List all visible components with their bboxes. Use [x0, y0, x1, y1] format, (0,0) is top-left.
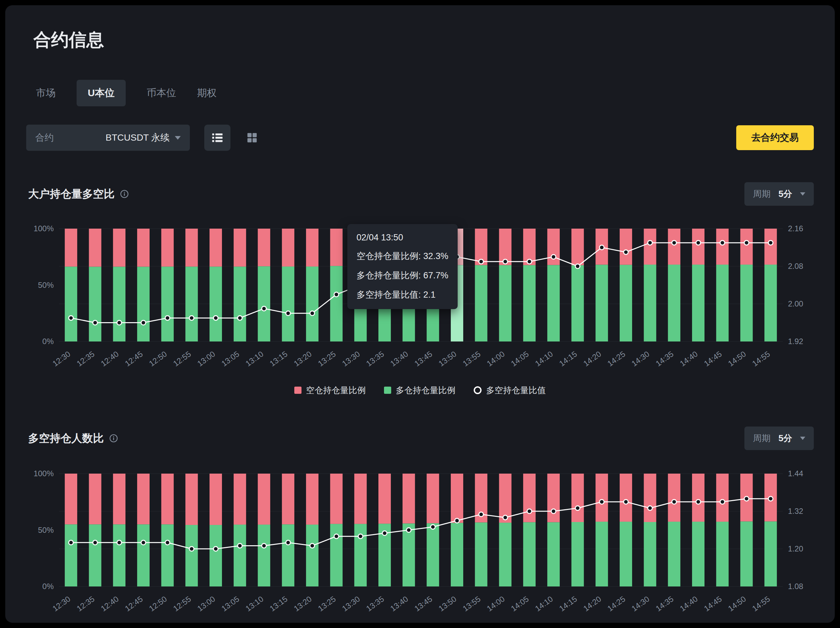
chart-canvas-positions[interactable]: 12:3012:3512:4012:4512:5012:5513:0013:05…	[59, 229, 783, 379]
svg-text:12:45: 12:45	[123, 349, 144, 368]
chart-legend: 空仓持仓量比例 多仓持仓量比例 多空持仓量比值	[26, 384, 814, 396]
svg-text:14:25: 14:25	[606, 349, 627, 368]
svg-text:14:45: 14:45	[702, 349, 723, 368]
svg-text:14:30: 14:30	[630, 349, 651, 368]
chevron-down-icon	[800, 192, 805, 195]
tab-market[interactable]: 市场	[36, 87, 56, 100]
y-axis-left: 100%50%0%	[26, 229, 59, 342]
contract-select[interactable]: 合约 BTCUSDT 永续	[26, 124, 190, 151]
tab-usd-m[interactable]: U本位	[77, 80, 126, 106]
legend-item-long[interactable]: 多仓持仓量比例	[384, 385, 455, 396]
svg-text:13:55: 13:55	[461, 594, 482, 613]
svg-text:14:25: 14:25	[606, 594, 627, 613]
svg-text:14:05: 14:05	[509, 349, 531, 368]
period-value: 5分	[778, 433, 792, 444]
svg-text:13:35: 13:35	[364, 349, 385, 368]
y-axis-left: 100%50%0%	[26, 474, 59, 587]
tab-coin-m[interactable]: 币本位	[147, 87, 176, 100]
chart-long-short-account-ratio: 100%50%0% 12:3012:3512:4012:4512:5012:55…	[26, 474, 814, 623]
svg-text:14:20: 14:20	[582, 594, 603, 613]
stacked-bars	[65, 229, 777, 342]
svg-text:12:40: 12:40	[99, 594, 120, 613]
svg-text:14:50: 14:50	[726, 594, 747, 613]
legend-item-short[interactable]: 空仓持仓量比例	[294, 385, 366, 396]
contract-select-value: BTCUSDT 永续	[106, 132, 170, 144]
svg-text:13:15: 13:15	[268, 349, 289, 368]
svg-text:12:55: 12:55	[172, 594, 193, 613]
info-icon[interactable]	[109, 434, 118, 443]
svg-text:13:20: 13:20	[292, 594, 313, 613]
period-select-1[interactable]: 周期 5分	[744, 182, 814, 206]
chart-canvas-accounts[interactable]: 12:3012:3512:4012:4512:5012:5513:0013:05…	[59, 474, 783, 623]
legend-label-ratio: 多空持仓量比值	[486, 385, 546, 396]
ratio-line	[71, 243, 771, 323]
period-label: 周期	[753, 433, 771, 444]
svg-text:14:20: 14:20	[582, 349, 603, 368]
svg-text:14:40: 14:40	[678, 349, 699, 368]
section-header-top-trader-ratio: 大户持仓量多空比 周期 5分	[26, 182, 814, 206]
svg-text:14:45: 14:45	[702, 594, 723, 613]
svg-text:13:25: 13:25	[316, 349, 337, 368]
list-view-icon	[210, 131, 224, 145]
svg-text:13:05: 13:05	[219, 349, 241, 368]
svg-text:13:05: 13:05	[219, 594, 241, 613]
svg-text:14:55: 14:55	[751, 594, 772, 613]
y-axis-right: 2.162.082.001.92	[783, 229, 814, 342]
svg-text:14:05: 14:05	[509, 594, 531, 613]
grid-view-button[interactable]	[239, 124, 265, 151]
svg-text:13:55: 13:55	[461, 349, 482, 368]
svg-text:12:30: 12:30	[51, 594, 72, 613]
svg-text:14:00: 14:00	[485, 349, 506, 368]
period-value: 5分	[778, 188, 792, 200]
chart-top-trader-position-ratio: 100%50%0% 12:3012:3512:4012:4512:5012:55…	[26, 229, 814, 379]
svg-text:14:55: 14:55	[751, 349, 772, 368]
period-select-2[interactable]: 周期 5分	[744, 427, 814, 450]
svg-text:13:45: 13:45	[413, 594, 434, 613]
legend-item-ratio[interactable]: 多空持仓量比值	[474, 385, 546, 396]
svg-text:13:10: 13:10	[244, 594, 265, 613]
svg-text:12:55: 12:55	[172, 349, 193, 368]
svg-text:12:35: 12:35	[75, 594, 96, 613]
go-to-futures-trade-button[interactable]: 去合约交易	[736, 125, 814, 150]
short-legend-marker	[294, 387, 302, 394]
legend-label-short: 空仓持仓量比例	[306, 385, 366, 396]
svg-text:13:50: 13:50	[437, 594, 458, 613]
svg-text:13:50: 13:50	[437, 349, 458, 368]
contract-select-label: 合约	[35, 132, 54, 144]
svg-text:14:30: 14:30	[630, 594, 651, 613]
grid-view-icon	[246, 131, 259, 144]
svg-text:13:40: 13:40	[388, 594, 409, 613]
svg-text:14:10: 14:10	[533, 349, 554, 368]
section-title-account-ratio: 多空持仓人数比	[28, 431, 104, 446]
chevron-down-icon	[800, 437, 805, 440]
page-title: 合约信息	[33, 28, 814, 51]
list-view-button[interactable]	[204, 124, 231, 151]
svg-text:13:30: 13:30	[341, 594, 362, 613]
tab-options[interactable]: 期权	[197, 87, 217, 100]
svg-text:13:10: 13:10	[244, 349, 265, 368]
svg-text:12:50: 12:50	[147, 349, 168, 368]
svg-text:12:40: 12:40	[99, 349, 120, 368]
svg-text:13:40: 13:40	[388, 349, 409, 368]
svg-text:14:15: 14:15	[557, 349, 578, 368]
svg-text:13:00: 13:00	[196, 349, 217, 368]
ratio-legend-marker	[474, 386, 482, 394]
svg-text:14:50: 14:50	[726, 349, 747, 368]
market-tabs: 市场 U本位 币本位 期权	[36, 80, 814, 105]
section-header-account-ratio: 多空持仓人数比 周期 5分	[26, 427, 814, 450]
long-legend-marker	[384, 387, 391, 394]
svg-text:13:45: 13:45	[413, 349, 434, 368]
svg-text:14:35: 14:35	[654, 349, 675, 368]
svg-text:14:10: 14:10	[533, 594, 554, 613]
svg-text:12:35: 12:35	[75, 349, 96, 368]
svg-text:13:20: 13:20	[292, 349, 313, 368]
stacked-bars	[65, 474, 777, 587]
svg-text:14:15: 14:15	[557, 594, 578, 613]
svg-text:13:00: 13:00	[196, 594, 217, 613]
section-title-top-trader-ratio: 大户持仓量多空比	[28, 187, 115, 201]
info-icon[interactable]	[120, 189, 129, 198]
chevron-down-icon	[175, 136, 181, 140]
ratio-line	[71, 499, 771, 549]
legend-label-long: 多仓持仓量比例	[396, 385, 455, 396]
svg-text:14:00: 14:00	[485, 594, 506, 613]
